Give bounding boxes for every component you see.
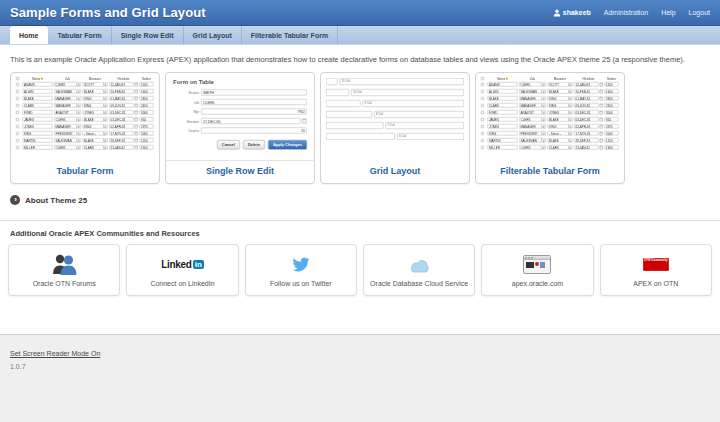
twitter-bird-icon (291, 254, 311, 276)
nav-link-logout[interactable]: Logout (689, 9, 710, 16)
calendar-icon (302, 119, 307, 124)
resource-card-apex-on-otn[interactable]: OTN Community APEX on OTN (600, 244, 712, 296)
emp-preview-column-header: Manager (548, 77, 573, 80)
calendar-icon (135, 96, 139, 100)
preview-card-tabular-form[interactable]: NameJobManagerHiredateSalaryADAMSCLERKSC… (10, 72, 160, 184)
checkbox-icon (481, 125, 484, 128)
otn-badge-text: OTN Community (643, 258, 669, 262)
tab-home[interactable]: Home (10, 26, 48, 44)
forum-people-icon (51, 254, 77, 276)
resource-card-apex-oracle-com[interactable]: apex.oracle.com (481, 244, 593, 296)
hiredate-cell-preview: 01-MAY-81 (574, 96, 603, 101)
name-input-preview: MARTIN (23, 138, 53, 143)
tab-filterable-tabular-form[interactable]: Filterable Tabular Form (242, 26, 338, 44)
sort-icon (41, 78, 43, 80)
salary-input-preview: 1600 (605, 89, 619, 94)
form-field-input: 7902 (201, 109, 307, 115)
grid-input-preview (326, 111, 372, 118)
salary-input-preview: 2975 (605, 124, 619, 129)
calendar-icon (135, 131, 139, 135)
hiredate-cell-preview: 03-DEC-81 (574, 117, 603, 122)
job-select-preview: CLERK (519, 145, 546, 150)
emp-preview-row: MARTINSALESMANBLAKE28-SEP-811250 (16, 138, 154, 143)
resource-card-twitter[interactable]: Follow us on Twitter (245, 244, 357, 296)
emp-preview-column-header: Name (23, 77, 53, 80)
hiredate-cell-preview: 12-JAN-83 (109, 82, 138, 87)
calendar-icon (600, 131, 604, 135)
salary-input-preview: 3000 (140, 110, 154, 115)
preview-card-title[interactable]: Filterable Tabular Form (476, 162, 624, 183)
delete-button-preview: Delete (243, 140, 265, 150)
name-input-preview: ADAMS (488, 82, 518, 87)
hiredate-input-preview: 01-MAY-81 (574, 96, 599, 101)
checkbox-icon (16, 90, 19, 93)
salary-input-preview: 1300 (605, 145, 619, 150)
hiredate-input-preview: 03-DEC-81 (109, 117, 134, 122)
form-field-label: Job (173, 100, 201, 104)
tab-grid-layout[interactable]: Grid Layout (184, 26, 242, 44)
name-input-preview: CLARK (488, 103, 518, 108)
preview-card-title[interactable]: Single Row Edit (166, 160, 314, 183)
preview-card-title[interactable]: Tabular Form (11, 162, 159, 183)
nav-link-administration[interactable]: Administration (604, 9, 648, 16)
grid-input-preview (326, 122, 384, 129)
nav-link-help[interactable]: Help (661, 9, 675, 16)
name-input-preview: JONES (23, 124, 53, 129)
calendar-icon (600, 96, 604, 100)
name-input-preview: KING (488, 131, 518, 136)
emp-preview-column-header: Hiredate (574, 77, 603, 80)
calendar-icon (600, 82, 604, 86)
salary-input-preview: 2450 (140, 103, 154, 108)
hiredate-cell-preview: 20-FEB-81 (574, 89, 603, 94)
hiredate-input-preview: 02-APR-81 (574, 124, 599, 129)
app-title: Sample Forms and Grid Layout (10, 5, 206, 20)
browser-thumbnail-icon (523, 254, 551, 276)
linkedin-icon: Linked in (161, 254, 204, 276)
checkbox-icon (481, 97, 484, 100)
hiredate-cell-preview: 17-NOV-81 (109, 131, 138, 136)
emp-preview-row: JONESMANAGERKING02-APR-812975 (481, 124, 619, 129)
resource-card-linkedin[interactable]: Linked in Connect on LinkedIn (126, 244, 238, 296)
preview-card-grid-layout[interactable]: 11 Col10 Col9 Col8 Col7 Col6 Col Grid La… (320, 72, 470, 184)
calendar-icon (600, 89, 604, 93)
salary-input-preview: 1600 (140, 89, 154, 94)
checkbox-icon (16, 139, 19, 142)
form-field-row: EnameSMITH (173, 90, 307, 96)
job-select-preview: ANALYST (54, 110, 81, 115)
manager-select-preview: BLAKE (548, 89, 573, 94)
name-input-preview: MARTIN (488, 138, 518, 143)
manager-select-preview: - Select - (83, 131, 108, 136)
tab-tabular-form[interactable]: Tabular Form (48, 26, 111, 44)
tab-single-row-edit[interactable]: Single Row Edit (112, 26, 184, 44)
cancel-button-preview: Cancel (217, 140, 240, 150)
job-select-preview: PRESIDENT (54, 131, 81, 136)
salary-input-preview: 2450 (605, 103, 619, 108)
name-input-preview: BLAKE (23, 96, 53, 101)
about-theme-toggle[interactable]: › About Theme 25 (10, 195, 87, 205)
manager-select-preview: KING (83, 96, 108, 101)
about-theme-label: About Theme 25 (25, 196, 87, 205)
screen-reader-link[interactable]: Set Screen Reader Mode On (10, 350, 100, 357)
salary-input-preview: 950 (605, 117, 619, 122)
resources-row: Oracle OTN Forums Linked in Connect on L… (8, 244, 712, 296)
manager-select-preview: JONES (83, 110, 108, 115)
preview-card-filterable-tabular-form[interactable]: NameJobManagerHiredateSalaryADAMSCLERKSC… (475, 72, 625, 184)
hiredate-input-preview: 03-DEC-81 (574, 117, 599, 122)
resource-card-cloud-service[interactable]: Oracle Database Cloud Service (363, 244, 475, 296)
resource-card-otn-forums[interactable]: Oracle OTN Forums (8, 244, 120, 296)
emp-preview-row: MILLERCLERKCLARK23-JAN-821300 (481, 145, 619, 150)
checkbox-icon (16, 104, 19, 107)
name-input-preview: ALLEN (23, 89, 53, 94)
user-menu[interactable]: shakeeb (553, 9, 591, 17)
salary-input-preview: 950 (140, 117, 154, 122)
checkbox-icon (16, 77, 19, 80)
preview-card-single-row-edit[interactable]: Form on Table EnameSMITHJobCLERKMgr7902H… (165, 72, 315, 184)
manager-select-preview: BLAKE (83, 117, 108, 122)
preview-card-title[interactable]: Grid Layout (321, 162, 469, 183)
main-content: This is an example Oracle Application Ex… (0, 45, 720, 334)
salary-input-preview: 5000 (140, 131, 154, 136)
apply-changes-button-preview: Apply Changes (268, 140, 307, 150)
user-icon (553, 9, 561, 17)
checkbox-icon (16, 83, 19, 86)
hiredate-input-preview: 20-FEB-81 (574, 89, 599, 94)
